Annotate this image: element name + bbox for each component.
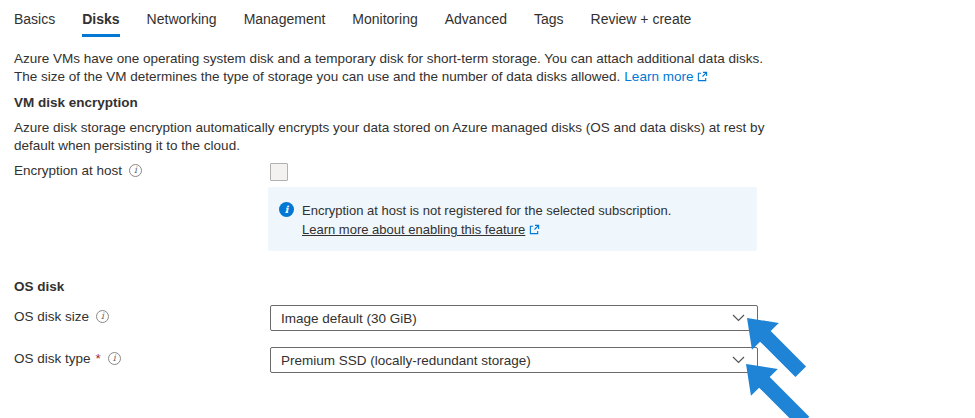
tab-management[interactable]: Management [244, 11, 326, 37]
encryption-at-host-label: Encryption at host [14, 163, 142, 178]
intro-line-1: Azure VMs have one operating system disk… [14, 50, 763, 68]
vm-disk-encryption-description: Azure disk storage encryption automatica… [14, 119, 764, 155]
os-disk-size-dropdown[interactable]: Image default (30 GiB) [270, 305, 758, 331]
chevron-down-icon [732, 314, 745, 322]
learn-more-link[interactable]: Learn more [624, 69, 708, 84]
disks-intro-text: Azure VMs have one operating system disk… [14, 50, 763, 86]
tab-review-create[interactable]: Review + create [591, 11, 692, 37]
vm-disk-encryption-heading: VM disk encryption [14, 95, 138, 110]
tab-tags[interactable]: Tags [534, 11, 564, 37]
tab-networking[interactable]: Networking [147, 11, 217, 37]
info-filled-icon [279, 202, 294, 217]
os-disk-type-value: Premium SSD (locally-redundant storage) [281, 353, 732, 368]
encryption-at-host-checkbox[interactable] [270, 163, 288, 181]
os-disk-heading: OS disk [14, 279, 64, 294]
info-tooltip-icon[interactable] [96, 310, 109, 323]
create-vm-disks-page: Basics Disks Networking Management Monit… [0, 0, 975, 418]
info-tooltip-icon[interactable] [108, 352, 121, 365]
os-disk-size-label: OS disk size [14, 309, 109, 324]
encryption-info-box: Encryption at host is not registered for… [268, 187, 757, 251]
tab-advanced[interactable]: Advanced [445, 11, 507, 37]
os-disk-type-label: OS disk type * [14, 351, 121, 366]
os-disk-size-value: Image default (30 GiB) [281, 311, 732, 326]
required-marker: * [96, 351, 101, 366]
wizard-tab-strip: Basics Disks Networking Management Monit… [14, 11, 691, 37]
chevron-down-icon [732, 356, 745, 364]
info-box-text: Encryption at host is not registered for… [302, 201, 671, 239]
tab-disks[interactable]: Disks [82, 11, 119, 37]
tab-basics[interactable]: Basics [14, 11, 55, 37]
external-link-icon [697, 71, 708, 82]
info-tooltip-icon[interactable] [129, 164, 142, 177]
os-disk-type-dropdown[interactable]: Premium SSD (locally-redundant storage) [270, 347, 758, 373]
external-link-icon [529, 224, 540, 235]
enable-feature-link[interactable]: Learn more about enabling this feature [302, 222, 525, 237]
tab-monitoring[interactable]: Monitoring [352, 11, 417, 37]
intro-line-2: The size of the VM determines the type o… [14, 68, 763, 86]
